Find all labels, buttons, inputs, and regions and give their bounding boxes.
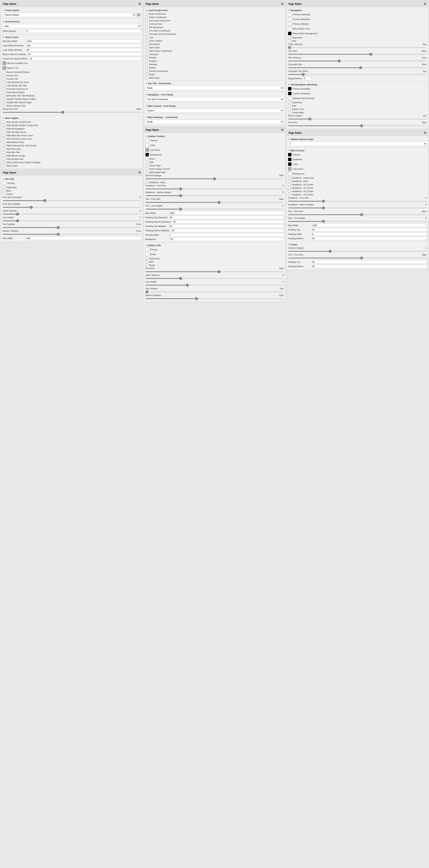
hide-all-nav-cb[interactable] bbox=[3, 127, 5, 130]
subnav-bg-desktop-swatch[interactable] bbox=[288, 96, 292, 100]
banner-gradient-top-swatch[interactable] bbox=[3, 61, 6, 65]
max-width-site-title-input[interactable] bbox=[26, 237, 141, 240]
hide-footer-cb[interactable] bbox=[3, 164, 5, 167]
scroll-advisor-select[interactable]: Hide Show bbox=[3, 24, 141, 28]
text-line-height-mc-range[interactable] bbox=[288, 221, 426, 222]
mc-headlines-uppercase-cb[interactable] bbox=[288, 177, 290, 179]
padding-top-mc-input[interactable] bbox=[311, 228, 426, 231]
st-break2-cb[interactable] bbox=[145, 264, 148, 266]
headlines-bottom-margin-sidebar-range[interactable] bbox=[145, 195, 284, 196]
site-title-primary-swatch[interactable] bbox=[3, 181, 6, 185]
sc-split-cb[interactable] bbox=[145, 161, 148, 163]
alt-site-title-cb[interactable] bbox=[3, 94, 5, 97]
horizonal-social-cb[interactable] bbox=[3, 88, 5, 90]
padding-top-desktop-sidebar-input[interactable] bbox=[168, 216, 284, 219]
mc-headlines-swatch[interactable] bbox=[288, 158, 292, 161]
font-rubik-cb[interactable] bbox=[145, 73, 148, 76]
copyright-top-offset-nav-range[interactable] bbox=[288, 74, 426, 75]
fixed-menu-cb[interactable] bbox=[3, 91, 5, 93]
subnav-center-align-cb[interactable] bbox=[288, 111, 290, 114]
letter-spacing-st-range[interactable] bbox=[145, 278, 284, 279]
hide-main-nav-hover-cb[interactable] bbox=[3, 134, 5, 137]
sc-center-align-cb[interactable] bbox=[145, 164, 148, 167]
sc-link-hover-swatch[interactable] bbox=[145, 148, 149, 152]
headlines-font-size-sidebar-range[interactable] bbox=[145, 189, 284, 189]
social-icon-offset-input[interactable] bbox=[29, 57, 141, 60]
mc-h1-center-cb[interactable] bbox=[288, 183, 290, 186]
show-cartoom-cb[interactable] bbox=[3, 104, 5, 107]
mc-primary-swatch[interactable] bbox=[288, 153, 292, 156]
banner-tint-swatch[interactable] bbox=[3, 66, 6, 70]
top-padding-st-range[interactable] bbox=[145, 291, 284, 292]
letter-spacing-nav-range[interactable] bbox=[288, 47, 426, 48]
font-fira-sans-cb[interactable] bbox=[145, 29, 148, 32]
expand-icon-sc[interactable]: ⧉ bbox=[281, 128, 283, 131]
contact-info-cb[interactable] bbox=[3, 78, 5, 80]
font-fira-sans-extra-cb[interactable] bbox=[145, 33, 148, 35]
font-size-subnav-range[interactable] bbox=[288, 125, 426, 126]
headlines-bottom-margin-mc-range[interactable] bbox=[288, 208, 426, 208]
font-size-nav-range[interactable] bbox=[288, 54, 426, 55]
expand-icon-gf[interactable]: ⧉ bbox=[281, 2, 283, 5]
mc-headlines-bold-cb[interactable] bbox=[288, 180, 290, 182]
max-width-sidebar-input[interactable] bbox=[168, 211, 284, 215]
main-headings-font-select[interactable]: Rubik System Lato Open Sans bbox=[145, 120, 284, 124]
vertical-offset-sidebar-input[interactable] bbox=[168, 233, 284, 237]
split-percentage-range[interactable] bbox=[145, 179, 284, 179]
padding-top-mobile-sidebar-input[interactable] bbox=[168, 224, 284, 228]
line-height-st-range[interactable] bbox=[145, 285, 284, 285]
load-responsive-cb[interactable] bbox=[3, 81, 5, 83]
padding-right-mc-input[interactable] bbox=[311, 232, 426, 236]
social-icons-cb[interactable] bbox=[3, 74, 5, 76]
font-eb-garamond-cb[interactable] bbox=[145, 26, 148, 29]
content-opacity-footer-range[interactable] bbox=[288, 251, 426, 252]
sc-links-swatch[interactable] bbox=[145, 144, 149, 147]
nav-menu-text-swatch[interactable] bbox=[288, 27, 292, 31]
site-title-center-cb[interactable] bbox=[3, 193, 5, 195]
breakpoint-sidebar-input[interactable] bbox=[168, 238, 284, 241]
nav-primary-desktop-swatch[interactable] bbox=[288, 13, 292, 16]
gear-button[interactable]: ⚙ bbox=[136, 13, 141, 17]
padding-bottom-mobile-sidebar-input[interactable] bbox=[171, 229, 284, 232]
font-size-desktop-range[interactable] bbox=[3, 200, 141, 201]
hide-mobile-header-cb[interactable] bbox=[3, 124, 5, 127]
mc-h2-center-cb[interactable] bbox=[288, 187, 290, 189]
sidebar-bottom-angle-select[interactable]: 0 1 2 3 4 5 bbox=[288, 142, 426, 146]
top-padding-site-title-range[interactable] bbox=[3, 227, 141, 228]
padding-bottom-mc-input[interactable] bbox=[311, 237, 426, 240]
mc-background-swatch[interactable] bbox=[288, 172, 292, 176]
font-crimson-cb[interactable] bbox=[145, 23, 148, 25]
subnav-current-desktop-swatch[interactable] bbox=[288, 92, 292, 95]
banner-gradient-bottom-cb[interactable] bbox=[3, 71, 5, 73]
copyright-size-nav-range[interactable] bbox=[288, 67, 426, 68]
expand-icon-1[interactable]: ⧉ bbox=[139, 2, 141, 5]
font-libre-cb[interactable] bbox=[145, 39, 148, 42]
site-title-font-select[interactable]: Rubik System Lato Open Sans bbox=[145, 86, 284, 90]
logo-width-mobile-input[interactable] bbox=[26, 48, 141, 52]
hide-header-contact-cb[interactable] bbox=[3, 121, 5, 123]
hide-featured-nav-cb[interactable] bbox=[3, 144, 5, 147]
font-work-sans-cb[interactable] bbox=[145, 76, 148, 79]
font-lato-cb[interactable] bbox=[145, 36, 148, 39]
sc-background-swatch[interactable] bbox=[145, 153, 149, 156]
text-font-size-sidebar-range[interactable] bbox=[145, 202, 284, 203]
mc-link-hover-swatch[interactable] bbox=[288, 167, 292, 171]
expand-icon-2[interactable]: ⧉ bbox=[139, 171, 141, 174]
banner-bottom-padding-input[interactable] bbox=[27, 53, 141, 56]
offset-advisor-input[interactable] bbox=[26, 29, 141, 33]
main-content-font-select[interactable]: System Rubik Lato Open Sans bbox=[145, 108, 284, 113]
social-icon-size-slider[interactable] bbox=[3, 112, 141, 113]
subnav-bold-cb[interactable] bbox=[288, 104, 290, 107]
mc-links-swatch[interactable] bbox=[288, 162, 292, 166]
font-size-st-range[interactable] bbox=[145, 271, 284, 272]
disable-parallax-cb[interactable] bbox=[3, 98, 5, 100]
title-spacing-nav-range[interactable] bbox=[288, 61, 426, 61]
hide-banner-image-cb[interactable] bbox=[3, 154, 5, 157]
padding-top-footer-input[interactable] bbox=[311, 260, 426, 264]
st-uppercase-cb[interactable] bbox=[145, 257, 148, 260]
sc-import-image-cb[interactable] bbox=[145, 167, 148, 170]
font-cabin-cb[interactable] bbox=[145, 16, 148, 19]
headlines-bold-cb[interactable] bbox=[145, 181, 148, 184]
text-font-size-mc-range[interactable] bbox=[288, 214, 426, 215]
nav-bold-cb[interactable] bbox=[288, 40, 290, 42]
